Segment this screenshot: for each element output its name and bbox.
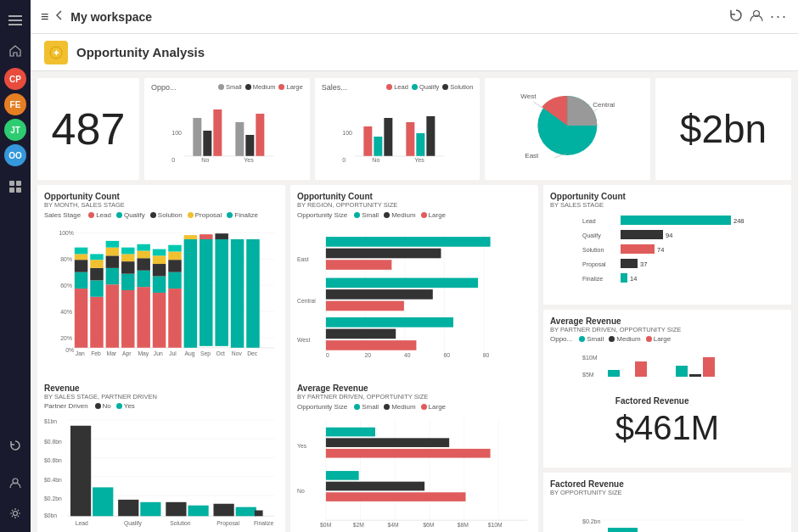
- svg-rect-86: [168, 252, 181, 260]
- svg-rect-83: [168, 288, 181, 348]
- svg-rect-94: [231, 239, 244, 348]
- svg-text:East: East: [525, 152, 540, 160]
- topbar-more-btn[interactable]: ···: [770, 8, 788, 25]
- kpi-2bn-card: $2bn: [655, 78, 791, 180]
- svg-text:$8M: $8M: [458, 522, 469, 528]
- svg-rect-88: [184, 239, 197, 348]
- svg-rect-71: [121, 254, 134, 261]
- report-header: ✦ Opportunity Analysis: [31, 34, 798, 71]
- opp-count-stage-subtitle: BY SALES STAGE: [550, 201, 784, 209]
- svg-text:$10M: $10M: [582, 355, 598, 361]
- svg-rect-21: [256, 114, 264, 156]
- opp-count-region-svg: East Central West 0 20 40 60 80: [297, 222, 531, 362]
- svg-rect-134: [621, 230, 663, 239]
- svg-point-8: [14, 512, 18, 516]
- avatar-jt[interactable]: JT: [4, 119, 26, 141]
- svg-text:$10M: $10M: [488, 522, 503, 528]
- svg-text:20%: 20%: [60, 335, 72, 341]
- factored-revenue-size-title: Factored Revenue: [550, 479, 784, 489]
- topbar-user-btn[interactable]: [750, 8, 763, 25]
- svg-rect-2: [8, 24, 22, 25]
- sidebar-refresh-icon[interactable]: [2, 432, 29, 459]
- svg-text:Solution: Solution: [170, 520, 191, 526]
- mini-pie-chart-card: West Central East: [485, 78, 650, 180]
- svg-text:20: 20: [364, 352, 371, 358]
- svg-rect-54: [75, 272, 87, 288]
- svg-text:Jul: Jul: [169, 350, 177, 356]
- svg-rect-123: [326, 260, 391, 270]
- svg-text:100: 100: [342, 130, 352, 136]
- svg-rect-66: [106, 248, 119, 256]
- svg-rect-87: [168, 245, 181, 252]
- svg-rect-76: [137, 251, 149, 259]
- avatar-oo[interactable]: OO: [4, 144, 26, 166]
- svg-rect-57: [75, 248, 87, 255]
- avg-revenue-size-svg: $0M $2M $4M $6M $8M $10M Yes No: [297, 413, 531, 532]
- avg-revenue-size-title: Average Revenue: [297, 384, 531, 393]
- svg-text:Oct: Oct: [216, 350, 225, 356]
- svg-text:40%: 40%: [60, 309, 72, 315]
- svg-rect-53: [75, 288, 87, 348]
- factored-revenue-size-subtitle: BY OPPORTUNITY SIZE: [550, 489, 784, 496]
- svg-rect-31: [416, 133, 424, 156]
- svg-rect-18: [213, 109, 222, 156]
- sidebar-home-icon[interactable]: [2, 37, 29, 64]
- revenue-stage-subtitle: BY SALES STAGE, PARTNER DRIVEN: [44, 393, 278, 400]
- svg-text:248: 248: [733, 217, 745, 225]
- opp-count-month-svg: 100% 80% 60% 40% 20% 0%: [44, 221, 278, 361]
- svg-text:40: 40: [404, 352, 411, 358]
- svg-text:0: 0: [342, 157, 346, 163]
- svg-rect-174: [188, 506, 208, 517]
- svg-text:Yes: Yes: [297, 443, 307, 449]
- svg-text:$2M: $2M: [353, 522, 365, 528]
- svg-rect-90: [200, 239, 212, 346]
- avatar-fe[interactable]: FE: [4, 93, 26, 115]
- revenue-stage-title: Revenue: [44, 384, 278, 393]
- report-icon: ✦: [44, 41, 68, 64]
- svg-rect-91: [200, 234, 212, 239]
- mini-oppo-title: Oppo...: [151, 83, 177, 92]
- report-title: Opportunity Analysis: [76, 45, 205, 59]
- svg-text:Mar: Mar: [107, 350, 117, 356]
- sidebar-apps-icon[interactable]: [2, 173, 29, 200]
- avatar-cp[interactable]: CP: [4, 68, 26, 90]
- svg-text:No: No: [372, 157, 379, 163]
- opp-count-region-subtitle: BY REGION, OPPORTUNITY SIZE: [297, 201, 531, 209]
- opp-count-month-subtitle: BY MONTH, SALES STAGE: [44, 201, 278, 209]
- svg-rect-177: [255, 510, 263, 516]
- svg-rect-93: [215, 233, 228, 239]
- svg-rect-68: [121, 290, 134, 348]
- svg-rect-20: [245, 135, 254, 156]
- svg-rect-171: [118, 500, 138, 516]
- svg-rect-200: [326, 471, 359, 480]
- svg-rect-81: [153, 255, 166, 264]
- svg-rect-58: [90, 297, 103, 348]
- topbar-refresh-btn[interactable]: [729, 8, 743, 25]
- svg-text:$1bn: $1bn: [44, 418, 57, 424]
- svg-rect-55: [75, 260, 87, 272]
- sidebar-menu-icon[interactable]: [2, 7, 29, 34]
- svg-rect-16: [193, 118, 201, 156]
- opp-count-stage-card: Opportunity Count BY SALES STAGE Lead 24…: [543, 185, 791, 305]
- svg-text:East: East: [297, 256, 309, 262]
- topbar-back-btn[interactable]: [55, 9, 64, 24]
- svg-text:80%: 80%: [60, 256, 72, 262]
- factored-revenue-kpi-card: Factored Revenue $461M: [543, 377, 791, 468]
- svg-text:$0bn: $0bn: [44, 512, 57, 518]
- svg-rect-69: [121, 274, 134, 290]
- topbar-menu-btn[interactable]: ≡: [41, 9, 48, 25]
- svg-text:Feb: Feb: [91, 350, 101, 356]
- svg-rect-67: [106, 241, 119, 248]
- svg-text:$0.4bn: $0.4bn: [44, 477, 62, 483]
- sidebar-settings-icon[interactable]: [2, 500, 29, 527]
- sidebar-user-icon[interactable]: [2, 469, 29, 496]
- kpi-487-value: 487: [52, 104, 126, 154]
- svg-rect-140: [621, 259, 638, 268]
- svg-text:Yes: Yes: [244, 157, 254, 163]
- opp-count-stage-title: Opportunity Count: [550, 192, 784, 201]
- topbar-title: My workspace: [70, 10, 722, 24]
- svg-rect-126: [326, 301, 404, 311]
- svg-rect-122: [326, 249, 441, 259]
- svg-text:$0M: $0M: [320, 522, 332, 528]
- svg-rect-84: [168, 272, 181, 288]
